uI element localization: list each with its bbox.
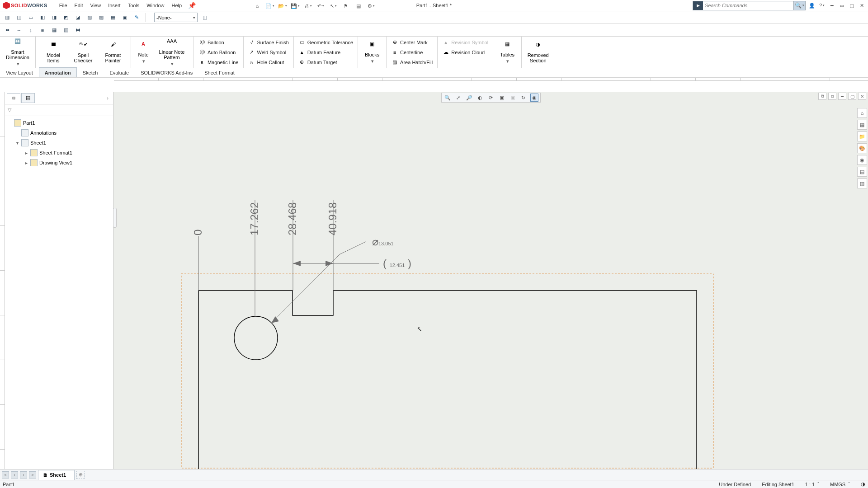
cube4-icon[interactable]: ◪ (73, 13, 82, 22)
magnetic-line-button[interactable]: 𝖚Magnetic Line (197, 57, 241, 67)
tab-addins[interactable]: SOLIDWORKS Add-Ins (135, 67, 198, 77)
auto-balloon-button[interactable]: ⒷAuto Balloon (197, 47, 241, 57)
tree-drawing-view[interactable]: ▸ Drawing View1 (6, 158, 112, 168)
sheet-tab-add-icon[interactable]: ⊕ (76, 471, 85, 479)
search-magnifier-icon[interactable]: 🔍▾ (793, 1, 805, 10)
format-painter-button[interactable]: 🖌 Format Painter (98, 42, 128, 63)
rebuild-icon[interactable]: ⚑ (342, 2, 350, 10)
datum-feature-button[interactable]: ▲Datum Feature (297, 47, 355, 57)
style-select[interactable]: -None- (154, 13, 198, 22)
center-mark-button[interactable]: ⊕Center Mark (389, 38, 434, 47)
menu-view[interactable]: View (87, 0, 105, 11)
revision-cloud-button[interactable]: ☁Revision Cloud (440, 47, 490, 57)
tables-button[interactable]: ▦ Tables ▾ (496, 41, 519, 64)
area-hatch-button[interactable]: ▨Area Hatch/Fill (389, 57, 434, 67)
sheet-nav-next-icon[interactable]: › (20, 471, 27, 479)
centerline-button[interactable]: ≡Centerline (389, 47, 434, 57)
sheet-icon (21, 139, 28, 146)
dim-smart-icon[interactable]: ⇔ (3, 26, 12, 35)
home-icon[interactable]: ⌂ (253, 2, 261, 10)
tab-sheet-format[interactable]: Sheet Format (198, 67, 241, 77)
linear-note-pattern-button[interactable]: AAA Linear Note Pattern ▾ (153, 38, 191, 66)
dim-horiz-icon[interactable]: ↔ (14, 26, 24, 35)
tree-annotations[interactable]: Annotations (6, 128, 112, 138)
menu-help[interactable]: Help (168, 0, 185, 11)
balloon-button[interactable]: ⓄBalloon (197, 38, 241, 47)
menu-file[interactable]: File (56, 0, 71, 11)
geo-tol-button[interactable]: ▭Geometric Tolerance (297, 38, 355, 47)
dim-ord-icon[interactable]: ▦ (50, 26, 59, 35)
tree-sheet-format[interactable]: ▸ Sheet Format1 (6, 148, 112, 158)
help-icon[interactable]: ? ▾ (818, 2, 826, 9)
tab-evaluate[interactable]: Evaluate (104, 67, 135, 77)
print-icon[interactable]: 🖨▾ (304, 2, 312, 10)
undo-icon[interactable]: ↶▾ (316, 2, 325, 10)
sheet-nav-first-icon[interactable]: « (2, 471, 9, 479)
status-config-icon[interactable]: ◑ (861, 481, 865, 487)
menu-tools[interactable]: Tools (124, 0, 143, 11)
props-icon[interactable]: ▤ (354, 2, 363, 10)
tab-sketch[interactable]: Sketch (77, 67, 104, 77)
search-go-icon[interactable] (693, 1, 703, 10)
filter-funnel-icon[interactable]: ▽ (8, 107, 11, 113)
smart-dimension-button[interactable]: ↔️ Smart Dimension ▾ (3, 38, 33, 66)
note-button[interactable]: A Note ▾ (134, 41, 153, 64)
surface-finish-button[interactable]: √Surface Finish (246, 38, 291, 47)
restore-icon[interactable]: ▭ (838, 2, 845, 9)
maximize-icon[interactable]: ▢ (848, 2, 855, 9)
pin-icon[interactable]: 📌 (188, 2, 196, 9)
sheet-nav-last-icon[interactable]: » (29, 471, 36, 479)
panel-splitter[interactable] (113, 208, 117, 228)
cube7-icon[interactable]: ▦ (108, 13, 118, 22)
blocks-button[interactable]: ▣ Blocks ▾ (361, 41, 383, 64)
mouse-cursor-icon: ↖ (417, 325, 422, 333)
weld-symbol-button[interactable]: ↗Weld Symbol (246, 47, 291, 57)
fm-tab-props[interactable]: ▤ (21, 93, 35, 103)
tree-root[interactable]: Part1 (6, 118, 112, 128)
drawing-canvas[interactable]: 🔍 ⤢ 🔎 ◐ ⟳ ▣ ▣ ↻ ◉ ⧉ ⧈ ━ ▢ ✕ ⌂ ▦ 📁 🎨 ◉ ▤ … (113, 92, 868, 475)
cube6-icon[interactable]: ▧ (97, 13, 106, 22)
user-icon[interactable]: 👤 (808, 2, 816, 9)
dim-x-icon[interactable]: ⧓ (73, 26, 82, 35)
datum-target-button[interactable]: ⊕Datum Target (297, 57, 355, 67)
open-icon[interactable]: 📂▾ (278, 2, 287, 10)
tab-view-layout[interactable]: View Layout (0, 67, 39, 77)
minimize-icon[interactable]: ━ (828, 2, 835, 9)
cube3-icon[interactable]: ◩ (61, 13, 71, 22)
status-scale[interactable]: 1 : 1 ˆ (805, 482, 819, 487)
cube1-icon[interactable]: ◧ (38, 13, 47, 22)
part-icon[interactable]: ▥ (3, 13, 12, 22)
status-units[interactable]: MMGS ˆ (830, 482, 850, 487)
menu-window[interactable]: Window (143, 0, 168, 11)
close-icon[interactable]: ✕ (858, 2, 865, 9)
tree-sheet1[interactable]: ▾ Sheet1 (6, 138, 112, 148)
drawing-icon[interactable]: ▭ (26, 13, 35, 22)
apply-style-icon[interactable]: ◫ (200, 13, 209, 22)
menu-insert[interactable]: Insert (104, 0, 124, 11)
menu-edit[interactable]: Edit (71, 0, 87, 11)
sheet-nav-prev-icon[interactable]: ‹ (11, 471, 18, 479)
search-input[interactable] (703, 3, 793, 8)
removed-section-button[interactable]: ◑ Removed Section (524, 42, 552, 63)
cube8-icon[interactable]: ▣ (120, 13, 129, 22)
brush-icon[interactable]: ✎ (132, 13, 141, 22)
spell-checker-button[interactable]: ᴬᵇ✔ Spell Checker (68, 42, 98, 63)
cube2-icon[interactable]: ◨ (50, 13, 59, 22)
fm-tab-tree[interactable]: ⧈ (7, 93, 20, 103)
dim-vert-icon[interactable]: ↕ (26, 26, 35, 35)
options-icon[interactable]: ⚙▾ (367, 2, 375, 10)
select-icon[interactable]: ↖▾ (329, 2, 337, 10)
hole-callout-button[interactable]: ⍉Hole Callout (246, 57, 291, 67)
command-search[interactable]: 🔍▾ (693, 1, 806, 10)
dim-symm-icon[interactable]: ▥ (61, 26, 71, 35)
dim-chain-icon[interactable]: ≡ (38, 26, 47, 35)
new-icon[interactable]: 📄▾ (266, 2, 274, 10)
sheet-tab-sheet1[interactable]: 🗎 Sheet1 (38, 470, 75, 480)
assembly-icon[interactable]: ◫ (14, 13, 24, 22)
save-icon[interactable]: 💾▾ (291, 2, 299, 10)
cube5-icon[interactable]: ▨ (85, 13, 94, 22)
model-items-button[interactable]: ⯀ Model Items (38, 42, 68, 63)
geo-tol-icon: ▭ (298, 39, 306, 46)
fm-flyout-icon[interactable]: › (104, 95, 111, 101)
tab-annotation[interactable]: Annotation (39, 67, 77, 77)
